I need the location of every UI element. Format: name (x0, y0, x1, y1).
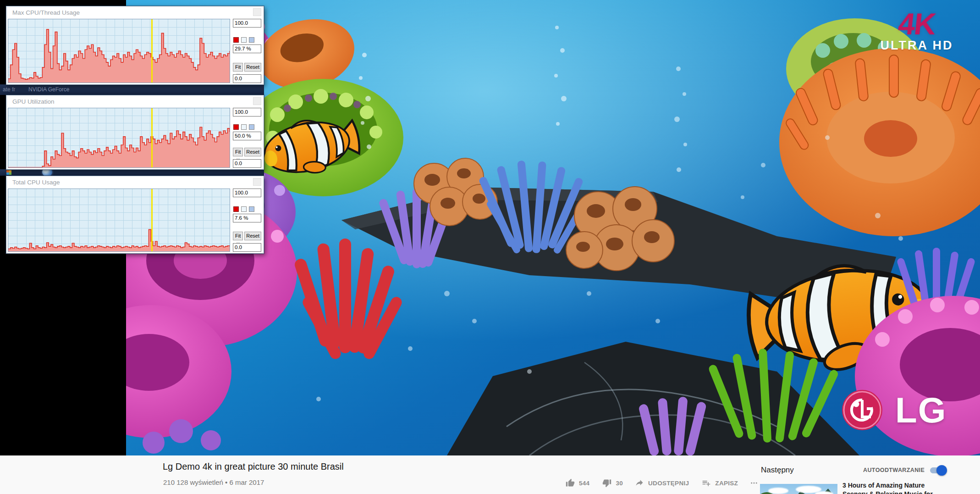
bg-color-swatch[interactable] (241, 37, 247, 43)
color-swatches (233, 206, 261, 212)
windows-start-icon[interactable] (6, 170, 11, 175)
video-title: Lg Demo 4k in great picture 30 minute Br… (163, 461, 344, 472)
suggested-title-line2: Scenery & Relaxing Music for (842, 490, 975, 494)
dislike-count: 30 (616, 480, 623, 487)
share-label: UDOSTĘPNIJ (648, 480, 689, 487)
color-swatches (233, 124, 261, 130)
current-value-field[interactable]: 50.0 % (233, 132, 261, 140)
up-next-label: Następny (761, 466, 794, 475)
taskbar-strip[interactable] (0, 169, 264, 176)
toggle-knob (936, 465, 947, 476)
more-dots-icon (750, 479, 758, 487)
y-max-field[interactable]: 100.0 (233, 189, 261, 197)
monitor-window-max-cpu: Max CPU/Thread Usage 100.0 29.7 % Fit y (6, 6, 264, 85)
fit-y-button[interactable]: Fit y (233, 63, 243, 72)
dislike-button[interactable]: 30 (602, 478, 623, 488)
suggested-title-line1: 3 Hours of Amazing Nature (842, 481, 975, 490)
monitor-window-gpu: GPU Utilization 100.0 50.0 % Fit y (6, 95, 264, 170)
line-color-swatch[interactable] (233, 37, 239, 43)
background-window-titlebar[interactable]: ate fr NVIDIA GeForce (0, 84, 264, 95)
video-meta: 210 128 wyświetleń • 6 mar 2017 (163, 478, 264, 486)
like-button[interactable]: 544 (566, 478, 589, 488)
suggested-video-thumbnail[interactable] (760, 484, 837, 494)
share-arrow-icon (635, 478, 644, 488)
close-icon[interactable] (253, 97, 261, 105)
autoplay-control: AUTOODTWARZANIE (863, 467, 946, 473)
y-max-field[interactable]: 100.0 (233, 108, 261, 117)
window-title[interactable]: Total CPU Usage (6, 176, 264, 188)
autoplay-toggle[interactable] (930, 467, 946, 473)
browser-app-icon[interactable] (42, 169, 52, 176)
close-icon[interactable] (253, 8, 261, 16)
thumbnail-cloud (815, 491, 833, 494)
grid-color-swatch[interactable] (249, 37, 254, 43)
reset-button[interactable]: Reset (244, 148, 261, 156)
monitor-window-total-cpu: Total CPU Usage 100.0 7.6 % Fit y (6, 176, 264, 254)
y-min-field[interactable]: 0.0 (233, 159, 261, 168)
like-count: 544 (579, 480, 589, 487)
total-cpu-graph (8, 189, 230, 252)
y-min-field[interactable]: 0.0 (233, 74, 261, 83)
current-value-field[interactable]: 7.6 % (233, 214, 261, 222)
fit-y-button[interactable]: Fit y (233, 148, 243, 156)
reset-button[interactable]: Reset (244, 232, 261, 240)
more-actions-button[interactable] (750, 479, 758, 487)
y-max-field[interactable]: 100.0 (233, 19, 261, 28)
save-button[interactable]: ZAPISZ (702, 478, 738, 488)
line-color-swatch[interactable] (233, 124, 239, 130)
nvidia-window-title: NVIDIA GeForce (28, 85, 69, 94)
reset-button[interactable]: Reset (244, 63, 261, 72)
color-swatches (233, 37, 261, 43)
thumbnail-cloud (768, 488, 788, 494)
window-title[interactable]: Max CPU/Thread Usage (6, 6, 264, 18)
cpu-thread-graph (8, 19, 230, 83)
grid-color-swatch[interactable] (249, 124, 254, 130)
below-video-bar: Lg Demo 4k in great picture 30 minute Br… (0, 455, 980, 494)
gpu-graph (8, 108, 230, 168)
current-value-field[interactable]: 29.7 % (233, 44, 261, 53)
suggested-video-title[interactable]: 3 Hours of Amazing Nature Scenery & Rela… (842, 481, 975, 494)
autoplay-label: AUTOODTWARZANIE (863, 467, 925, 473)
background-window-fragment: ate fr (3, 85, 15, 94)
video-letterbox: 4K ULTRA HD LG ate fr NVIDIA GeF (0, 0, 980, 455)
grid-color-swatch[interactable] (249, 206, 254, 212)
y-min-field[interactable]: 0.0 (233, 243, 261, 252)
video-actions: 544 30 UDOSTĘPNIJ ZAPISZ (566, 478, 758, 488)
screen: 4K ULTRA HD LG ate fr NVIDIA GeF (0, 0, 980, 494)
bg-color-swatch[interactable] (241, 124, 247, 130)
window-title[interactable]: GPU Utilization (6, 95, 264, 107)
thumb-down-icon (602, 478, 611, 488)
bg-color-swatch[interactable] (241, 206, 247, 212)
close-icon[interactable] (253, 178, 261, 186)
playlist-add-icon (702, 478, 711, 488)
thumb-up-icon (566, 478, 575, 488)
fit-y-button[interactable]: Fit y (233, 232, 243, 240)
share-button[interactable]: UDOSTĘPNIJ (635, 478, 689, 488)
save-label: ZAPISZ (715, 480, 738, 487)
line-color-swatch[interactable] (233, 206, 239, 212)
